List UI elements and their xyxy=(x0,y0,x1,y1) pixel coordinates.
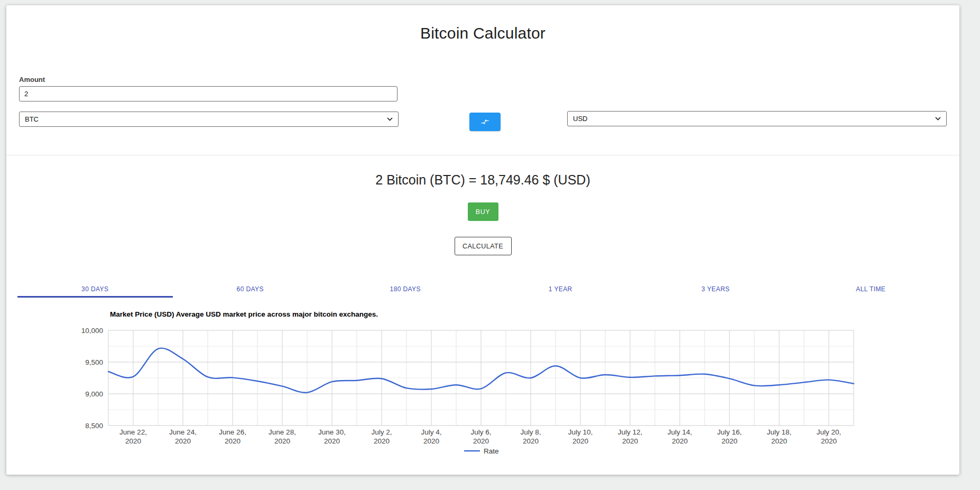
calculate-button[interactable]: CALCULATE xyxy=(455,237,512,255)
x-axis-label: July 10, xyxy=(568,428,593,436)
tab-label: ALL TIME xyxy=(856,285,885,293)
x-axis-label: July 18, xyxy=(767,428,792,436)
x-axis-label: 2020 xyxy=(523,437,539,445)
x-axis-label: 2020 xyxy=(821,437,837,445)
x-axis-label: 2020 xyxy=(622,437,638,445)
swap-currencies-button[interactable] xyxy=(469,113,501,131)
conversion-result: 2 Bitcoin (BTC) = 18,749.46 $ (USD) xyxy=(6,172,959,188)
x-axis-label: July 14, xyxy=(668,428,692,436)
x-axis-label: June 28, xyxy=(269,428,296,436)
tab-60-days[interactable]: 60 DAYS xyxy=(173,282,328,298)
legend-label: Rate xyxy=(484,447,499,455)
buy-button[interactable]: BUY xyxy=(468,202,498,221)
x-axis-label: 2020 xyxy=(225,437,241,445)
x-axis-label: July 4, xyxy=(421,428,441,436)
tab-180-days[interactable]: 180 DAYS xyxy=(328,282,483,298)
x-axis-label: July 2, xyxy=(371,428,392,436)
y-axis-label: 9,500 xyxy=(85,358,103,366)
price-chart-svg: 10,0009,5009,0008,500June 22,2020June 24… xyxy=(6,321,959,475)
x-axis-label: 2020 xyxy=(572,437,588,445)
x-axis-label: July 16, xyxy=(717,428,742,436)
x-axis-label: June 30, xyxy=(318,428,346,436)
x-axis-label: 2020 xyxy=(324,437,340,445)
from-currency-select[interactable]: BTC xyxy=(19,112,399,127)
x-axis-label: July 6, xyxy=(470,428,491,436)
x-axis-label: 2020 xyxy=(175,437,191,445)
tab-label: 3 YEARS xyxy=(701,285,729,293)
x-axis-label: June 22, xyxy=(119,428,147,436)
x-axis-label: July 12, xyxy=(618,428,643,436)
x-axis-label: 2020 xyxy=(771,437,787,445)
price-chart: 10,0009,5009,0008,500June 22,2020June 24… xyxy=(6,321,959,475)
y-axis-label: 10,000 xyxy=(81,327,103,335)
to-currency-select[interactable]: USD xyxy=(567,111,947,126)
x-axis-label: 2020 xyxy=(672,437,688,445)
chart-legend: Rate xyxy=(464,447,499,455)
compare-arrows-icon xyxy=(480,117,489,126)
amount-input[interactable] xyxy=(19,86,397,101)
bitcoin-calculator-card: Bitcoin Calculator Amount BTC USD 2 Bitc… xyxy=(6,5,959,475)
tab-all-time[interactable]: ALL TIME xyxy=(793,282,949,298)
from-currency-select-wrap: BTC xyxy=(19,112,399,128)
y-axis-label: 8,500 xyxy=(85,422,103,430)
tab-30-days[interactable]: 30 DAYS xyxy=(17,282,173,298)
x-axis-label: July 20, xyxy=(817,428,842,436)
tab-1-year[interactable]: 1 YEAR xyxy=(483,282,639,298)
page-title: Bitcoin Calculator xyxy=(6,24,959,42)
x-axis-label: June 24, xyxy=(169,428,197,436)
x-axis-label: 2020 xyxy=(722,437,737,445)
x-axis-label: June 26, xyxy=(219,428,246,436)
tab-label: 30 DAYS xyxy=(81,285,108,293)
tab-3-years[interactable]: 3 YEARS xyxy=(638,282,793,298)
x-axis-label: July 8, xyxy=(520,428,541,436)
section-divider xyxy=(6,155,959,155)
x-axis-label: 2020 xyxy=(473,437,489,445)
time-range-tabs: 30 DAYS 60 DAYS 180 DAYS 1 YEAR 3 YEARS … xyxy=(17,282,948,298)
tab-label: 1 YEAR xyxy=(549,285,572,293)
amount-label: Amount xyxy=(19,76,45,84)
x-axis-label: 2020 xyxy=(374,437,390,445)
chart-title: Market Price (USD) Average USD market pr… xyxy=(110,310,378,318)
x-axis-label: 2020 xyxy=(274,437,290,445)
y-axis-label: 9,000 xyxy=(85,390,103,398)
x-axis-label: 2020 xyxy=(125,437,141,445)
to-currency-select-wrap: USD xyxy=(567,111,947,127)
x-axis-label: 2020 xyxy=(423,437,439,445)
tab-label: 180 DAYS xyxy=(390,285,421,293)
tab-label: 60 DAYS xyxy=(237,285,264,293)
